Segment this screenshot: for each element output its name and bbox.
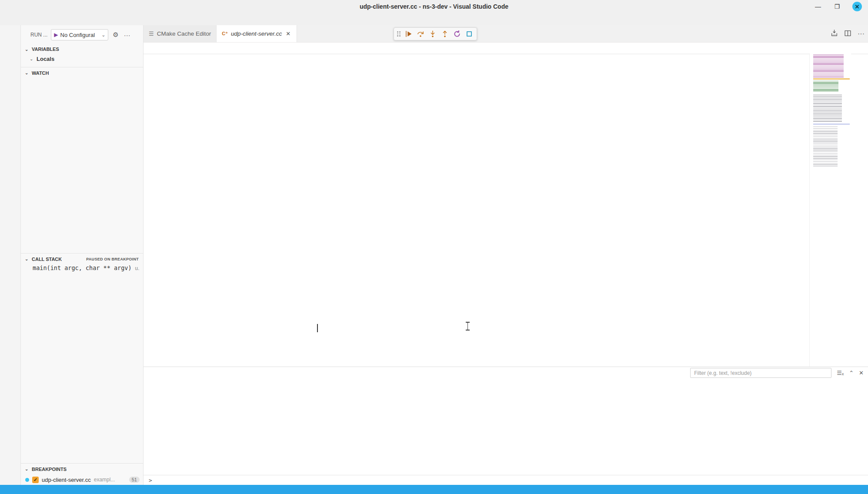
breakpoint-line-badge: 51 [129,477,140,483]
paused-status-badge: PAUSED ON BREAKPOINT [86,257,139,261]
stack-frame-main[interactable]: main(int argc, char ** argv) u. [21,264,143,276]
panel-actions: ☰ₓ ⌃ ✕ [690,368,864,378]
breakpoint-item[interactable]: ✓ udp-client-server.cc exampl... 51 [21,474,143,485]
more-actions-icon[interactable]: ··· [123,30,131,40]
cpp-file-icon: C⁺ [222,31,228,37]
panel-tab-bar: ☰ₓ ⌃ ✕ [144,367,868,379]
gear-icon[interactable]: ⚙ [112,30,119,40]
chevron-down-icon: ⌄ [101,32,105,38]
close-panel-icon[interactable]: ✕ [859,370,864,376]
status-bar [0,485,868,494]
chevron-down-icon: ⌄ [25,47,30,52]
chevron-down-icon: ⌄ [30,57,35,61]
debug-console-input[interactable]: > [144,475,868,485]
prompt-chevron-icon: > [149,477,152,484]
window-title: udp-client-server.cc - ns-3-dev - Visual… [360,3,508,10]
run-controls: RUN ... ▶ No Configural ⌄ ⚙ ··· [21,25,143,44]
debug-toolbar [394,27,477,40]
split-editor-icon[interactable] [844,30,851,39]
breakpoints-section-header[interactable]: ⌄ BREAKPOINTS [21,463,143,474]
step-over-button[interactable] [415,28,426,40]
editor-tab-bar: ☰ CMake Cache Editor C⁺ udp-client-serve… [144,25,868,43]
breadcrumb [144,43,868,53]
watch-section-header[interactable]: ⌄ WATCH [21,67,143,78]
menu-bar [0,13,868,25]
minimap[interactable] [809,53,851,367]
breakpoint-checkbox[interactable]: ✓ [32,477,39,483]
activity-bar [0,25,21,485]
more-actions-icon[interactable]: ··· [858,30,865,38]
restore-button[interactable]: ❐ [833,3,841,10]
step-into-button[interactable] [427,28,438,40]
call-stack-section-header[interactable]: ⌄ CALL STACK PAUSED ON BREAKPOINT [21,253,143,264]
window-controls: — ❐ ✕ [814,2,868,11]
close-button[interactable]: ✕ [852,2,862,11]
close-tab-icon[interactable]: ✕ [285,30,291,37]
vscode-window: udp-client-server.cc - ns-3-dev - Visual… [0,0,868,494]
editor-group: ☰ CMake Cache Editor C⁺ udp-client-serve… [144,25,868,485]
run-view-title: RUN ... [30,32,47,38]
title-bar: udp-client-server.cc - ns-3-dev - Visual… [0,0,868,13]
code-editor[interactable] [144,53,868,367]
chevron-down-icon: ⌄ [25,70,30,75]
launch-configuration-dropdown[interactable]: ▶ No Configural ⌄ [51,29,108,40]
console-filter-input[interactable] [690,368,831,378]
tab-udp-client-server[interactable]: C⁺ udp-client-server.cc ✕ [217,25,297,42]
run-in-terminal-icon[interactable] [831,30,838,39]
list-icon: ☰ [149,30,154,37]
maximize-panel-icon[interactable]: ⌃ [849,370,854,376]
start-debug-icon[interactable]: ▶ [54,32,58,38]
filter-icon[interactable]: ☰ₓ [837,370,844,376]
step-out-button[interactable] [439,28,451,40]
stop-button[interactable] [464,28,475,40]
drag-handle-icon[interactable] [397,31,401,37]
session-dot-icon [25,478,29,482]
locals-scope-row[interactable]: ⌄ Locals [21,54,143,63]
run-debug-sidebar: RUN ... ▶ No Configural ⌄ ⚙ ··· ⌄ VARIAB… [21,25,144,485]
editor-actions: ··· [831,25,865,43]
chevron-down-icon: ⌄ [25,467,30,471]
tab-cmake-cache-editor[interactable]: ☰ CMake Cache Editor [144,25,217,42]
ibeam-cursor [466,322,470,331]
text-caret [317,324,318,332]
restart-button[interactable] [451,28,463,40]
debug-console[interactable]: > [144,379,868,485]
variables-section-header[interactable]: ⌄ VARIABLES [21,44,143,54]
continue-button[interactable] [403,28,414,40]
bottom-panel: ☰ₓ ⌃ ✕ > [144,367,868,485]
main-area: RUN ... ▶ No Configural ⌄ ⚙ ··· ⌄ VARIAB… [0,25,868,485]
minimize-button[interactable]: — [814,3,822,10]
chevron-down-icon: ⌄ [25,257,30,261]
